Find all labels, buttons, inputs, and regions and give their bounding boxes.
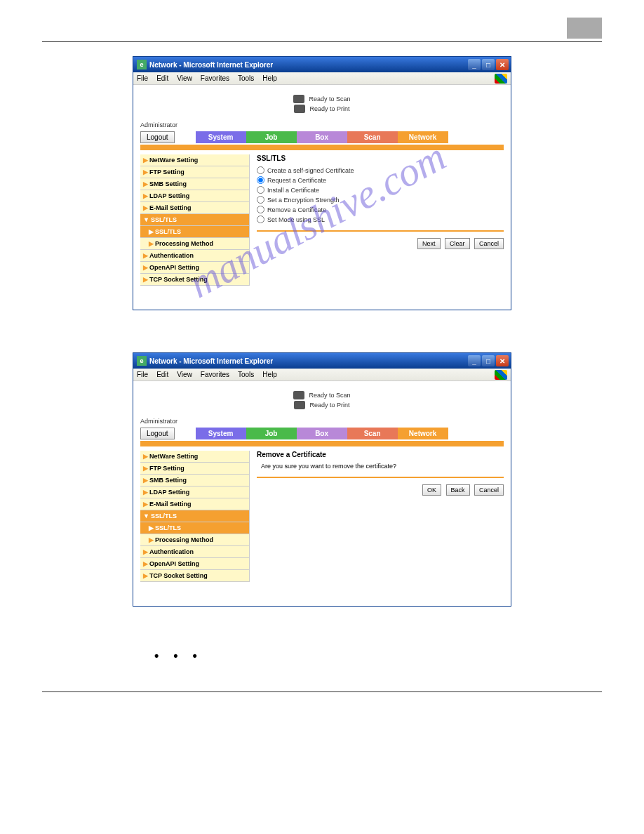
tab-system[interactable]: System <box>196 428 246 439</box>
menu-file[interactable]: File <box>137 74 148 82</box>
sidebar-item-auth[interactable]: ▶Authentication <box>140 546 250 558</box>
divider-bar <box>140 145 504 150</box>
ie-icon: e <box>137 60 147 70</box>
logout-button[interactable]: Logout <box>140 131 175 143</box>
sidebar: ▶NetWare Setting ▶FTP Setting ▶SMB Setti… <box>140 451 250 582</box>
admin-label: Administrator <box>133 121 511 131</box>
menu-file[interactable]: File <box>137 371 148 378</box>
menu-help[interactable]: Help <box>262 371 277 378</box>
menu-tools[interactable]: Tools <box>238 371 254 378</box>
main-panel-remove: Remove a Certificate Are you sure you wa… <box>257 451 504 582</box>
minimize-button[interactable]: _ <box>468 59 481 70</box>
sidebar-item-ldap[interactable]: ▶LDAP Setting <box>140 486 250 498</box>
sidebar-item-netware[interactable]: ▶NetWare Setting <box>140 154 250 166</box>
menu-view[interactable]: View <box>177 371 192 378</box>
logout-button[interactable]: Logout <box>140 428 175 439</box>
menu-view[interactable]: View <box>177 74 192 82</box>
sidebar-item-ssl-child[interactable]: ▶SSL/TLS <box>140 226 250 238</box>
menu-help[interactable]: Help <box>262 74 277 82</box>
tab-box[interactable]: Box <box>297 131 347 143</box>
device-status: Ready to Scan Ready to Print <box>133 85 511 121</box>
cancel-button[interactable]: Cancel <box>474 484 504 496</box>
windows-flag-icon <box>495 74 507 84</box>
sidebar-item-tcp[interactable]: ▶TCP Socket Setting <box>140 274 250 286</box>
divider-bar <box>140 441 504 446</box>
sidebar-item-smb[interactable]: ▶SMB Setting <box>140 475 250 486</box>
radio-install-cert[interactable]: Install a Certificate <box>257 186 504 194</box>
menubar: File Edit View Favorites Tools Help <box>133 369 511 381</box>
close-button[interactable]: ✕ <box>496 355 509 366</box>
maximize-button[interactable]: □ <box>482 59 495 70</box>
windows-flag-icon <box>495 370 507 380</box>
sidebar-item-openapi[interactable]: ▶OpenAPI Setting <box>140 262 250 274</box>
ie-icon: e <box>137 356 147 366</box>
menu-favorites[interactable]: Favorites <box>201 74 229 82</box>
tab-network[interactable]: Network <box>398 131 448 143</box>
scanner-icon <box>293 391 304 399</box>
device-status: Ready to Scan Ready to Print <box>133 381 511 418</box>
sidebar-item-openapi[interactable]: ▶OpenAPI Setting <box>140 558 250 570</box>
titlebar: e Network - Microsoft Internet Explorer … <box>133 57 511 72</box>
sidebar-item-ftp[interactable]: ▶FTP Setting <box>140 166 250 178</box>
ellipsis-dots: • • • <box>0 649 644 663</box>
radio-remove-cert[interactable]: Remove a Certificate <box>257 206 504 213</box>
radio-request-cert[interactable]: Request a Certificate <box>257 176 504 184</box>
sidebar-item-email[interactable]: ▶E-Mail Setting <box>140 498 250 510</box>
minimize-button[interactable]: _ <box>468 355 481 366</box>
printer-icon <box>294 105 305 113</box>
next-button[interactable]: Next <box>417 238 441 249</box>
clear-button[interactable]: Clear <box>445 238 470 249</box>
tab-scan[interactable]: Scan <box>347 131 398 143</box>
sidebar-item-email[interactable]: ▶E-Mail Setting <box>140 202 250 214</box>
sidebar: ▶NetWare Setting ▶FTP Setting ▶SMB Setti… <box>140 154 250 286</box>
sidebar-item-smb[interactable]: ▶SMB Setting <box>140 178 250 190</box>
admin-label: Administrator <box>133 418 511 428</box>
sidebar-item-ssl-parent[interactable]: ▼SSL/TLS <box>140 214 250 226</box>
sidebar-item-ldap[interactable]: ▶LDAP Setting <box>140 190 250 202</box>
panel-title: SSL/TLS <box>257 154 504 162</box>
browser-window-1: e Network - Microsoft Internet Explorer … <box>133 56 511 310</box>
sidebar-item-processing[interactable]: ▶Processing Method <box>140 534 250 546</box>
printer-icon <box>294 401 305 409</box>
menu-favorites[interactable]: Favorites <box>201 371 229 378</box>
sidebar-item-ssl-child[interactable]: ▶SSL/TLS <box>140 522 250 534</box>
ok-button[interactable]: OK <box>422 484 441 496</box>
radio-encryption[interactable]: Set a Encryption Strength <box>257 196 504 204</box>
tab-system[interactable]: System <box>196 131 246 143</box>
scanner-icon <box>293 95 304 103</box>
close-button[interactable]: ✕ <box>496 59 509 70</box>
sidebar-item-tcp[interactable]: ▶TCP Socket Setting <box>140 570 250 582</box>
window-title: Network - Microsoft Internet Explorer <box>149 357 468 365</box>
maximize-button[interactable]: □ <box>482 355 495 366</box>
panel-title: Remove a Certificate <box>257 451 504 458</box>
back-button[interactable]: Back <box>446 484 470 496</box>
menu-edit[interactable]: Edit <box>156 74 168 82</box>
tab-box[interactable]: Box <box>297 428 347 439</box>
radio-create-cert[interactable]: Create a self-signed Certificate <box>257 166 504 174</box>
cancel-button[interactable]: Cancel <box>474 238 504 249</box>
panel-divider <box>257 477 504 478</box>
sidebar-item-ssl-parent[interactable]: ▼SSL/TLS <box>140 510 250 522</box>
menu-edit[interactable]: Edit <box>156 371 168 378</box>
window-title: Network - Microsoft Internet Explorer <box>149 61 468 69</box>
panel-divider <box>257 230 504 232</box>
tab-job[interactable]: Job <box>246 131 297 143</box>
titlebar: e Network - Microsoft Internet Explorer … <box>133 353 511 369</box>
browser-window-2: e Network - Microsoft Internet Explorer … <box>133 352 511 607</box>
sidebar-item-ftp[interactable]: ▶FTP Setting <box>140 463 250 475</box>
sidebar-item-netware[interactable]: ▶NetWare Setting <box>140 451 250 463</box>
main-panel-ssl: SSL/TLS Create a self-signed Certificate… <box>257 154 504 286</box>
tab-job[interactable]: Job <box>246 428 297 439</box>
menubar: File Edit View Favorites Tools Help <box>133 72 511 85</box>
tab-network[interactable]: Network <box>398 428 448 439</box>
radio-set-mode[interactable]: Set Mode using SSL <box>257 216 504 223</box>
sidebar-item-auth[interactable]: ▶Authentication <box>140 250 250 262</box>
menu-tools[interactable]: Tools <box>238 74 254 82</box>
confirm-message: Are you sure you want to remove the cert… <box>261 463 504 470</box>
tab-scan[interactable]: Scan <box>347 428 398 439</box>
sidebar-item-processing[interactable]: ▶Processing Method <box>140 238 250 250</box>
